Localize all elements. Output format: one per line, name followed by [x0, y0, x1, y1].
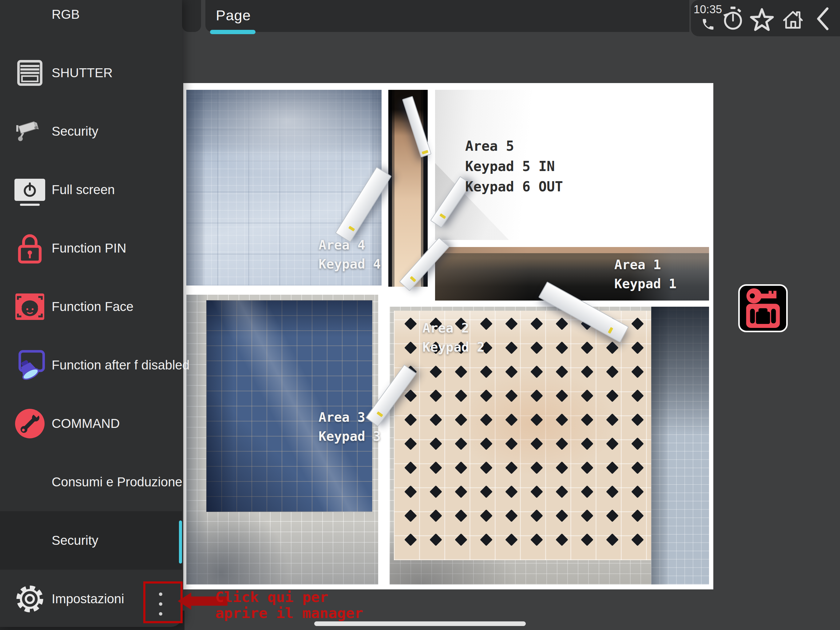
sidebar-item-shutter[interactable]: SHUTTER [0, 44, 182, 102]
sidebar-item-security-selected[interactable]: Security [0, 511, 182, 570]
home-indicator-bar[interactable] [314, 621, 526, 626]
cctv-camera-icon [0, 120, 52, 143]
phone-icon[interactable] [701, 17, 715, 33]
gear-icon [0, 584, 52, 614]
wrench-icon [0, 409, 52, 438]
home-icon[interactable] [782, 8, 804, 32]
sidebar-menu: RGB SHUTTER [0, 0, 182, 627]
annotation-text-line1: Click qui per [215, 589, 328, 605]
tab-bar [205, 0, 689, 32]
sidebar-scroll-indicator [179, 521, 182, 564]
label-area2: Area 2 Keypad 2 [422, 319, 485, 357]
annotation-highlight-box [143, 581, 183, 623]
sidebar-item-full-screen[interactable]: Full screen [0, 161, 182, 219]
label-area1: Area 1 Keypad 1 [614, 255, 676, 293]
floorplan-image[interactable]: Area 5 Keypad 5 IN Keypad 6 OUT Area 4 K… [183, 83, 713, 589]
power-icon [0, 179, 52, 201]
star-icon[interactable] [750, 7, 774, 33]
clock-time: 10:35 [692, 3, 723, 16]
app-root: Page 10:35 [0, 0, 840, 630]
face-scan-icon [0, 293, 52, 320]
sidebar-item-function-pin[interactable]: Function PIN [0, 219, 182, 277]
floorplan-area2-right-wall [651, 307, 709, 584]
tab-page[interactable]: Page [213, 7, 253, 24]
label-area5: Area 5 Keypad 5 IN Keypad 6 OUT [465, 136, 563, 197]
sidebar-item-function-after-f[interactable]: Function after f disabled [0, 336, 182, 394]
rgb-wheel-icon [0, 2, 52, 27]
floorplan-area3-floor [206, 300, 373, 512]
label-area4: Area 4 Keypad 4 [319, 236, 381, 274]
annotation-text-line2: aprire il manager [215, 605, 363, 621]
spotlight-icon [0, 350, 52, 380]
label-area3: Area 3 Keypad 3 [319, 408, 381, 446]
tab-active-underline [210, 30, 256, 34]
sidebar-item-function-face[interactable]: Function Face [0, 277, 182, 336]
sidebar-item-consumi[interactable]: Consumi e Produzione [0, 453, 182, 511]
lock-icon [0, 233, 52, 264]
sidebar-item-rgb[interactable]: RGB [0, 0, 182, 44]
key-locker-icon[interactable] [738, 284, 788, 332]
shutter-icon [0, 60, 52, 86]
hidden-tab-fragment [182, 0, 201, 32]
sidebar-item-security-camera[interactable]: Security [0, 102, 182, 161]
back-chevron-icon[interactable] [815, 6, 830, 33]
sidebar-item-command[interactable]: COMMAND [0, 394, 182, 453]
stopwatch-icon[interactable] [722, 6, 744, 33]
